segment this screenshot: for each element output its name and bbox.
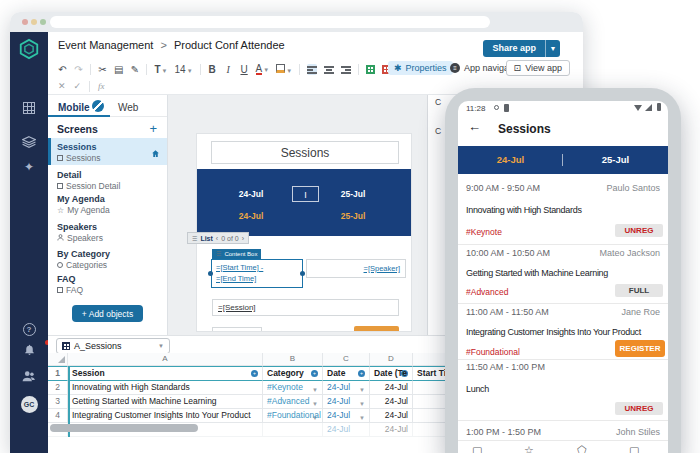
chevron-down-icon[interactable]: ▼ [312, 384, 318, 395]
header-cell[interactable]: +Category [263, 366, 323, 381]
phone-tab-25jul[interactable]: 25-Jul [563, 146, 668, 174]
team-members-icon[interactable] [10, 368, 48, 386]
cell-date[interactable]: ▼24-Jul [323, 409, 370, 423]
selected-time-field[interactable]: =[Start Time] - =[End Time] [211, 259, 303, 288]
tables-icon[interactable] [10, 100, 48, 118]
font-size-dropdown[interactable]: 14▼ [175, 64, 193, 75]
redo-icon[interactable]: ↷ [74, 64, 83, 75]
formula-cancel-icon[interactable]: ✕ [58, 81, 66, 91]
window-zoom-dot[interactable] [40, 19, 46, 25]
chevron-down-icon[interactable]: ▼ [312, 398, 318, 409]
list-selection-chip[interactable]: ☰ List ‹ 0 of 0 › [187, 232, 249, 244]
tab-mobile[interactable]: Mobile [58, 102, 90, 113]
font-color-dropdown[interactable]: A▼ [256, 63, 270, 75]
layers-icon[interactable] [10, 134, 48, 152]
register-button[interactable]: REGISTER [615, 340, 665, 357]
horizontal-scrollbar[interactable] [50, 424, 198, 432]
underline-button[interactable]: U [240, 64, 249, 75]
window-close-dot[interactable] [22, 19, 28, 25]
align-left-button[interactable] [307, 64, 317, 75]
full-button[interactable]: FULL [615, 284, 663, 297]
url-bar[interactable] [50, 16, 490, 28]
cell-category[interactable]: ▼#Keynote [263, 381, 323, 395]
row-number[interactable]: 3 [48, 395, 68, 409]
screen-item-title[interactable]: My Agenda [57, 194, 105, 204]
breadcrumb-screen[interactable]: Product Conf Attendee [174, 39, 285, 51]
column-letter[interactable]: A [68, 353, 263, 366]
italic-button[interactable]: I [224, 64, 233, 75]
preview-link-badge-icon[interactable] [92, 100, 104, 112]
insert-table-icon[interactable] [366, 65, 375, 74]
add-screen-button[interactable]: + [149, 121, 157, 136]
chevron-down-icon[interactable]: ▼ [359, 384, 365, 395]
cell-date-text[interactable]: 24-Jul [370, 395, 413, 409]
unreg-button[interactable]: UNREG [615, 224, 663, 237]
user-avatar[interactable]: GC [10, 393, 48, 413]
share-dropdown-button[interactable]: ▼ [545, 40, 560, 57]
column-type-icon[interactable]: + [358, 370, 365, 377]
help-icon[interactable]: ? [10, 318, 48, 336]
select-all-corner[interactable] [48, 353, 68, 366]
canvas-tab-left[interactable]: 24-Jul [221, 189, 281, 199]
undo-icon[interactable]: ↶ [58, 64, 67, 75]
header-cell[interactable]: +Date (Te [370, 366, 413, 381]
screen-item-title[interactable]: FAQ [57, 274, 76, 284]
column-type-icon[interactable]: + [251, 370, 258, 377]
content-box-tag[interactable]: ☰ Content Box [212, 249, 261, 259]
screen-item-title[interactable]: Detail [57, 170, 82, 180]
pager-prev-icon[interactable]: ‹ [216, 235, 218, 242]
nav-list-icon[interactable]: ▢ [472, 444, 482, 453]
header-cell[interactable]: +Session [68, 366, 263, 381]
breadcrumb-app[interactable]: Event Management [58, 39, 153, 51]
cell-category[interactable] [263, 423, 323, 437]
screen-item-title[interactable]: Speakers [57, 222, 97, 232]
align-center-button[interactable] [324, 64, 334, 75]
align-right-button[interactable] [341, 64, 351, 75]
phone-tab-24jul[interactable]: 24-Jul [458, 146, 563, 174]
format-painter-icon[interactable]: ✎ [130, 64, 139, 75]
clipped-field-stub[interactable] [212, 327, 262, 332]
cell-date-text[interactable]: 24-Jul [370, 423, 413, 437]
automations-icon[interactable]: ✦ [10, 160, 48, 174]
screen-item-title[interactable]: Sessions [57, 142, 97, 152]
highlight-color-dropdown[interactable]: ▼ [276, 64, 292, 75]
clipped-button-stub[interactable] [354, 326, 399, 332]
screen-title-block[interactable]: Sessions [211, 141, 399, 164]
nav-shield-icon[interactable]: ⬠ [577, 444, 587, 453]
cell-date[interactable]: ▼24-Jul [323, 381, 370, 395]
resize-handle-left[interactable] [208, 271, 213, 276]
speaker-field[interactable]: =[Speaker] [306, 259, 406, 278]
column-letter[interactable]: C [323, 353, 370, 366]
cut-icon[interactable]: ✂ [98, 64, 107, 75]
share-app-button[interactable]: Share app [483, 40, 545, 57]
screen-item-title[interactable]: By Category [57, 249, 110, 259]
honeycomb-logo-icon[interactable] [10, 38, 48, 64]
canvas-tab-right-active[interactable]: 25-Jul [323, 211, 383, 221]
window-minimize-dot[interactable] [31, 19, 37, 25]
unreg-button[interactable]: UNREG [615, 402, 663, 415]
row-number[interactable]: 2 [48, 381, 68, 395]
nav-star-icon[interactable]: ☆ [524, 444, 534, 453]
canvas-tab-left-active[interactable]: 24-Jul [221, 211, 281, 221]
cell-category[interactable]: ▼#Foundational [263, 409, 323, 423]
paste-icon[interactable]: ▤ [114, 64, 123, 75]
text-cursor-box[interactable]: I [292, 186, 319, 202]
cell-session[interactable]: Integrating Customer Insights Into Your … [68, 409, 263, 423]
chevron-down-icon[interactable]: ▼ [359, 412, 365, 423]
pager-next-icon[interactable]: › [242, 235, 244, 242]
column-letter[interactable]: B [263, 353, 323, 366]
column-letter[interactable]: D [370, 353, 413, 366]
formula-confirm-icon[interactable]: ✓ [74, 81, 82, 91]
cell-session[interactable]: Getting Started with Machine Learning [68, 395, 263, 409]
canvas-tab-right[interactable]: 25-Jul [323, 189, 383, 199]
cell-date[interactable]: ▼24-Jul [323, 395, 370, 409]
cell-date[interactable]: 24-Jul [323, 423, 370, 437]
row-number[interactable]: 4 [48, 409, 68, 423]
header-cell[interactable]: +Date [323, 366, 370, 381]
cell-category[interactable]: ▼#Advanced [263, 395, 323, 409]
cell-date-text[interactable]: 24-Jul [370, 381, 413, 395]
nav-grid-icon[interactable]: ▢ [629, 444, 639, 453]
bold-button[interactable]: B [208, 64, 217, 75]
table-source-dropdown[interactable]: A_Sessions ▼ [56, 338, 170, 354]
tab-web[interactable]: Web [118, 102, 138, 113]
